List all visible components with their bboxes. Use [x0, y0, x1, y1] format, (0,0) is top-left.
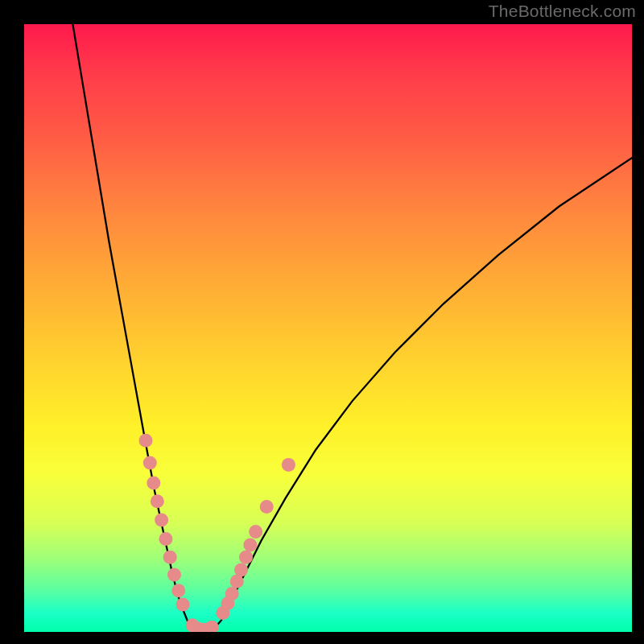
marker-dot — [171, 584, 185, 597]
marker-dot — [205, 621, 219, 632]
plot-area — [24, 24, 632, 632]
marker-dot — [260, 500, 274, 514]
watermark-text: TheBottleneck.com — [489, 2, 636, 21]
marker-dot — [243, 539, 257, 552]
marker-dot — [151, 494, 164, 508]
marker-dot — [167, 568, 181, 582]
marker-dot — [239, 551, 253, 564]
marker-dot — [159, 532, 172, 546]
sample-markers — [139, 434, 295, 632]
marker-dot — [147, 477, 160, 490]
marker-dot — [282, 458, 295, 472]
marker-dot — [234, 563, 248, 576]
curve-right — [214, 158, 632, 629]
curve-left — [72, 24, 192, 629]
marker-dot — [139, 434, 153, 448]
chart-frame: TheBottleneck.com — [0, 0, 644, 644]
marker-dot — [143, 456, 157, 470]
marker-dot — [225, 587, 239, 601]
marker-dot — [163, 551, 177, 564]
marker-dot — [176, 598, 190, 612]
bottleneck-curve — [24, 24, 632, 632]
marker-dot — [155, 514, 168, 527]
marker-dot — [249, 525, 262, 539]
